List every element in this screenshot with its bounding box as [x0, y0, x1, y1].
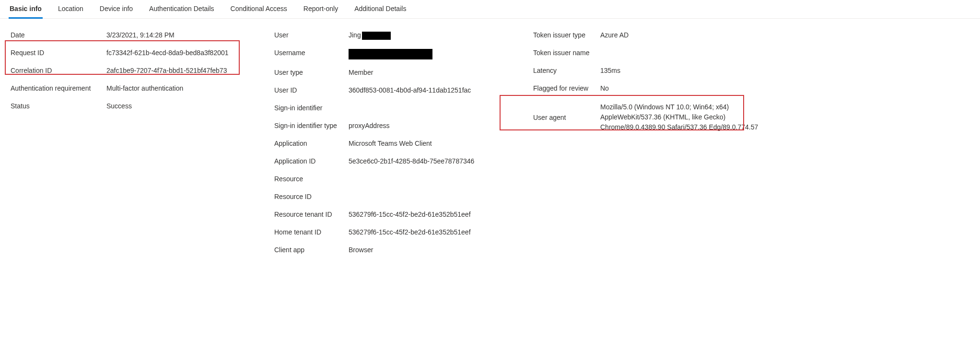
row-user: User Jing — [272, 27, 512, 45]
label-user-agent: User agent — [533, 114, 600, 121]
row-user-type: User type Member — [272, 65, 512, 82]
label-token-issuer-type: Token issuer type — [533, 31, 600, 39]
tab-basic-info[interactable]: Basic info — [9, 4, 43, 19]
label-signin-identifier-type: Sign-in identifier type — [274, 122, 349, 129]
value-auth-requirement: Multi-factor authentication — [106, 84, 183, 92]
row-auth-requirement: Authentication requirement Multi-factor … — [9, 81, 253, 98]
row-client-app: Client app Browser — [272, 242, 512, 260]
label-token-issuer-name: Token issuer name — [533, 49, 600, 57]
label-user: User — [274, 31, 349, 39]
value-resource-tenant-id: 536279f6-15cc-45f2-be2d-61e352b51eef — [349, 210, 471, 218]
value-date: 3/23/2021, 9:14:28 PM — [106, 31, 175, 39]
link-user-name[interactable]: Jing — [349, 31, 361, 39]
row-resource: Resource — [272, 171, 512, 189]
row-token-issuer-name: Token issuer name — [531, 45, 781, 63]
row-user-agent: User agent Mozilla/5.0 (Windows NT 10.0;… — [531, 98, 781, 136]
row-application: Application Microsoft Teams Web Client — [272, 136, 512, 153]
tab-location[interactable]: Location — [57, 4, 84, 18]
label-correlation-id: Correlation ID — [11, 67, 106, 74]
tab-additional-details[interactable]: Additional Details — [353, 4, 407, 18]
tab-device-info[interactable]: Device info — [99, 4, 134, 18]
label-client-app: Client app — [274, 246, 349, 254]
label-request-id: Request ID — [11, 49, 106, 57]
value-status: Success — [106, 102, 132, 110]
label-resource-tenant-id: Resource tenant ID — [274, 210, 349, 218]
value-application: Microsoft Teams Web Client — [349, 140, 432, 147]
value-user-id: 360df853-0081-4b0d-af94-11dab1251fac — [349, 86, 471, 94]
row-latency: Latency 135ms — [531, 63, 781, 81]
tab-bar: Basic info Location Device info Authenti… — [0, 0, 980, 19]
row-username: Username — [272, 45, 512, 65]
row-home-tenant-id: Home tenant ID 536279f6-15cc-45f2-be2d-6… — [272, 224, 512, 242]
column-user: User Jing Username User type Member User… — [272, 27, 512, 260]
value-application-id: 5e3ce6c0-2b1f-4285-8d4b-75ee78787346 — [349, 157, 474, 165]
row-correlation-id: Correlation ID 2afc1be9-7207-4f7a-bbd1-5… — [9, 63, 253, 81]
row-user-id: User ID 360df853-0081-4b0d-af94-11dab125… — [272, 82, 512, 100]
column-token: Token issuer type Azure AD Token issuer … — [531, 27, 781, 136]
value-user-agent: Mozilla/5.0 (Windows NT 10.0; Win64; x64… — [600, 102, 779, 132]
tab-authentication-details[interactable]: Authentication Details — [148, 4, 215, 18]
label-signin-identifier: Sign-in identifier — [274, 104, 349, 112]
label-user-type: User type — [274, 69, 349, 76]
value-signin-identifier-type: proxyAddress — [349, 122, 390, 129]
label-date: Date — [11, 31, 106, 39]
value-correlation-id: 2afc1be9-7207-4f7a-bbd1-521bf47feb73 — [106, 67, 227, 74]
row-date: Date 3/23/2021, 9:14:28 PM — [9, 27, 253, 45]
value-user: Jing — [349, 31, 391, 40]
row-signin-identifier-type: Sign-in identifier type proxyAddress — [272, 118, 512, 136]
label-application: Application — [274, 140, 349, 147]
label-auth-requirement: Authentication requirement — [11, 84, 106, 92]
label-application-id: Application ID — [274, 157, 349, 165]
label-user-id: User ID — [274, 86, 349, 94]
row-status: Status Success — [9, 98, 253, 116]
tab-conditional-access[interactable]: Conditional Access — [230, 4, 288, 18]
value-user-type: Member — [349, 69, 373, 76]
value-request-id: fc73342f-621b-4ecd-8da9-bed8a3f82001 — [106, 49, 229, 57]
value-username — [349, 49, 432, 61]
label-resource: Resource — [274, 175, 349, 183]
row-signin-identifier: Sign-in identifier — [272, 100, 512, 118]
row-request-id: Request ID fc73342f-621b-4ecd-8da9-bed8a… — [9, 45, 253, 63]
label-flagged: Flagged for review — [533, 84, 600, 92]
label-username: Username — [274, 49, 349, 57]
row-flagged: Flagged for review No — [531, 81, 781, 98]
column-basic: Date 3/23/2021, 9:14:28 PM Request ID fc… — [9, 27, 253, 116]
tab-report-only[interactable]: Report-only — [303, 4, 339, 18]
label-latency: Latency — [533, 67, 600, 74]
label-status: Status — [11, 102, 106, 110]
row-application-id: Application ID 5e3ce6c0-2b1f-4285-8d4b-7… — [272, 153, 512, 171]
details-content: Date 3/23/2021, 9:14:28 PM Request ID fc… — [0, 19, 980, 269]
label-resource-id: Resource ID — [274, 193, 349, 200]
value-home-tenant-id: 536279f6-15cc-45f2-be2d-61e352b51eef — [349, 228, 471, 236]
redacted-user-surname — [362, 32, 391, 40]
label-home-tenant-id: Home tenant ID — [274, 228, 349, 236]
redacted-username — [349, 49, 432, 59]
row-token-issuer-type: Token issuer type Azure AD — [531, 27, 781, 45]
value-latency: 135ms — [600, 67, 620, 74]
value-token-issuer-type: Azure AD — [600, 31, 629, 39]
value-flagged: No — [600, 84, 609, 92]
row-resource-id: Resource ID — [272, 189, 512, 207]
value-client-app: Browser — [349, 246, 373, 254]
row-resource-tenant-id: Resource tenant ID 536279f6-15cc-45f2-be… — [272, 207, 512, 224]
